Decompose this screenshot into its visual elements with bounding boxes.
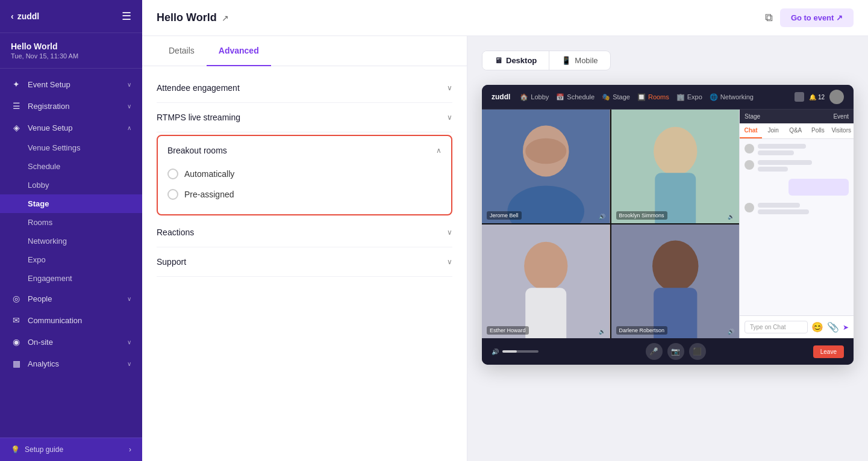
analytics-chevron: ∨ [127,360,131,367]
breakout-rooms-title: Breakout rooms [167,146,227,155]
sidebar-item-venue-setup[interactable]: ◈ Venue Setup ∧ [0,117,142,138]
setup-guide-chevron: › [129,445,131,454]
mock-mic-button[interactable]: 🎤 [646,343,663,360]
mock-bottom-bar: 🔊 🎤 📷 ⬛ Leave [482,338,854,365]
svg-rect-12 [482,224,610,338]
sidebar-item-engagement[interactable]: Engagement [0,269,142,288]
copy-button[interactable]: ⧉ [765,11,773,24]
mock-video-label-1: Jerome Bell [487,211,522,220]
mock-controls: 🎤 📷 ⬛ [646,343,706,360]
mock-chat-line-1b [758,150,794,155]
sidebar: ‹ zuddl ☰ Hello World Tue, Nov 15, 11:30… [0,0,142,461]
mock-volume-icon[interactable]: 🔊 [492,348,499,355]
mock-body: Jerome Bell 🔊 [482,110,854,338]
sidebar-item-schedule[interactable]: Schedule [0,157,142,176]
rtmps-header[interactable]: RTMPS live streaming ∨ [157,113,452,122]
mock-video-icon-4: 🔊 [728,329,734,335]
people-label: People [28,294,52,303]
sidebar-item-venue-settings[interactable]: Venue Settings [0,138,142,157]
mock-leave-button[interactable]: Leave [813,345,844,358]
reactions-chevron: ∨ [447,228,452,237]
support-item: Support ∨ [157,247,452,277]
pre-assigned-option[interactable]: Pre-assigned [167,184,442,205]
tab-advanced[interactable]: Advanced [207,36,271,66]
sidebar-item-registration[interactable]: ☰ Registration ∨ [0,95,142,117]
sidebar-item-lobby[interactable]: Lobby [0,176,142,194]
desktop-label: Desktop [506,56,537,65]
reactions-title: Reactions [157,227,194,237]
mock-nav-expo[interactable]: 🏢 Expo [676,93,702,101]
mock-emoji-icon[interactable]: 😊 [811,321,823,333]
mock-chat-tab[interactable]: Chat [740,123,762,138]
mock-chat-reply [745,176,849,198]
mock-volume-bar[interactable] [502,350,539,353]
mock-chat-input-field[interactable]: Type on Chat [745,321,808,333]
page-title: Hello World [157,11,217,24]
sidebar-item-networking[interactable]: Networking [0,232,142,250]
mock-nav-stage[interactable]: 🎭 Stage [602,93,630,101]
registration-icon: ☰ [11,101,22,111]
mock-video-cell-3: Esther Howard 🔊 [482,224,610,338]
mock-nav-lobby[interactable]: 🏠 Lobby [520,93,549,101]
mock-video-cell-1: Jerome Bell 🔊 [482,110,610,223]
desktop-view-button[interactable]: 🖥 Desktop [482,51,549,70]
mock-visitors-tab[interactable]: Visitors [829,123,854,138]
topbar-left: Hello World ↗ [157,11,229,24]
mock-screen-share-button[interactable]: ⬛ [689,343,706,360]
mock-nav-rooms[interactable]: 🔲 Rooms [637,93,669,101]
breakout-rooms-header[interactable]: Breakout rooms ∧ [167,146,442,155]
tab-details[interactable]: Details [157,36,207,66]
setup-guide-item[interactable]: 💡 Setup guide › [0,438,142,461]
hamburger-icon[interactable]: ☰ [122,10,131,23]
mock-video-cell-2: Brooklyn Simmons 🔊 [611,110,740,223]
stage-label: Stage [28,199,49,208]
mock-chat-line-3b [758,209,809,214]
mock-send-icon[interactable]: ➤ [843,323,849,332]
mock-join-tab[interactable]: Join [762,123,784,138]
sidebar-item-on-site[interactable]: ◉ On-site ∨ [0,331,142,353]
venue-setup-label: Venue Setup [28,123,72,132]
sidebar-item-communication[interactable]: ✉ Communication [0,309,142,331]
back-arrow[interactable]: ‹ [11,11,14,21]
attendee-engagement-header[interactable]: Attendee engagement ∨ [157,83,452,93]
mock-camera-button[interactable]: 📷 [667,343,684,360]
reactions-header[interactable]: Reactions ∨ [157,227,452,237]
sidebar-item-event-setup[interactable]: ✦ Event Setup ∨ [0,73,142,95]
topbar-right: ⧉ Go to event ↗ [765,8,854,27]
sidebar-event-info: Hello World Tue, Nov 15, 11:30 AM [0,33,142,69]
mock-nav-items: 🏠 Lobby 📅 Schedule 🎭 Stage 🔲 [520,93,785,101]
support-header[interactable]: Support ∨ [157,257,452,267]
sidebar-item-expo[interactable]: Expo [0,250,142,269]
mock-chat-avatar-3 [745,203,754,212]
mock-event-tab[interactable]: Event [833,113,849,120]
schedule-label: Schedule [28,162,60,171]
sidebar-item-rooms[interactable]: Rooms [0,213,142,232]
go-to-event-button[interactable]: Go to event ↗ [780,8,854,27]
sidebar-item-people[interactable]: ◎ People ∨ [0,288,142,309]
expo-label: Expo [28,255,46,264]
pre-assigned-radio[interactable] [167,189,178,200]
mock-notification-count: 🔔 12 [809,94,825,101]
mock-chat-tabs: Chat Join Q&A Polls Visitors [740,123,854,139]
mock-navbar: zuddl 🏠 Lobby 📅 Schedule 🎭 Stage [482,85,854,110]
mock-polls-tab[interactable]: Polls [807,123,829,138]
expo-nav-icon: 🏢 [676,93,685,101]
stage-nav-label: Stage [613,93,630,101]
external-link-icon[interactable]: ↗ [222,13,229,23]
svg-rect-16 [611,224,740,338]
mock-stage-tab[interactable]: Stage [745,113,760,120]
mock-logo: zuddl [492,93,510,101]
mock-nav-schedule[interactable]: 📅 Schedule [556,93,595,101]
sidebar-item-stage[interactable]: Stage [0,194,142,213]
mock-qa-tab[interactable]: Q&A [784,123,807,138]
mock-attachment-icon[interactable]: 📎 [827,321,839,333]
mobile-view-button[interactable]: 📱 Mobile [549,51,610,70]
mock-video-cell-4: Darlene Robertson 🔊 [611,224,740,338]
automatically-option[interactable]: Automatically [167,164,442,184]
sidebar-item-analytics[interactable]: ▦ Analytics ∨ [0,353,142,374]
mock-chat-avatar-2 [745,160,754,170]
automatically-radio[interactable] [167,169,178,179]
venue-setup-icon: ◈ [11,123,22,132]
mock-nav-networking[interactable]: 🌐 Networking [710,93,754,101]
lobby-label: Lobby [28,181,49,190]
